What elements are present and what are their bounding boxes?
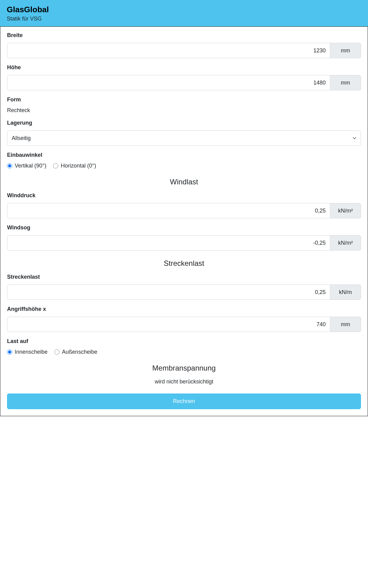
unit-hoehe: mm — [330, 75, 361, 90]
input-group-windsog: kN/m² — [7, 235, 361, 251]
app-header: GlasGlobal Statik für VSG — [0, 0, 368, 26]
input-group-breite: mm — [7, 43, 361, 58]
label-winddruck: Winddruck — [7, 192, 361, 199]
input-group-angriffshoehe: mm — [7, 317, 361, 332]
radio-row-einbauwinkel: Vertikal (90°) Horizontal (0°) — [7, 163, 361, 169]
radio-item-aussen: Außenscheibe — [54, 349, 97, 355]
radio-row-last-auf: Innenscheibe Außenscheibe — [7, 349, 361, 355]
radio-innenscheibe[interactable] — [7, 349, 12, 355]
radio-vertikal[interactable] — [7, 163, 12, 168]
radio-label-horizontal[interactable]: Horizontal (0°) — [61, 163, 96, 169]
form-container: Breite mm Höhe mm Form Rechteck Lagerung… — [0, 26, 368, 416]
input-group-hoehe: mm — [7, 75, 361, 90]
field-breite: Breite mm — [7, 32, 361, 58]
field-form: Form Rechteck — [7, 96, 361, 114]
input-angriffshoehe[interactable] — [7, 317, 330, 332]
heading-windlast: Windlast — [7, 178, 361, 186]
input-group-streckenlast: kN/m — [7, 285, 361, 300]
heading-membranspannung: Membranspannung — [7, 364, 361, 372]
radio-item-horizontal: Horizontal (0°) — [53, 163, 96, 169]
app-subtitle: Statik für VSG — [7, 16, 361, 22]
radio-label-innenscheibe[interactable]: Innenscheibe — [15, 349, 48, 355]
input-windsog[interactable] — [7, 235, 330, 251]
label-angriffshoehe: Angriffshöhe x — [7, 306, 361, 312]
label-lagerung: Lagerung — [7, 120, 361, 126]
unit-breite: mm — [330, 43, 361, 58]
field-streckenlast: Streckenlast kN/m — [7, 274, 361, 300]
input-streckenlast[interactable] — [7, 285, 330, 300]
field-einbauwinkel: Einbauwinkel Vertikal (90°) Horizontal (… — [7, 152, 361, 169]
value-form: Rechteck — [7, 107, 361, 114]
label-einbauwinkel: Einbauwinkel — [7, 152, 361, 158]
input-hoehe[interactable] — [7, 75, 330, 90]
heading-streckenlast: Streckenlast — [7, 259, 361, 268]
unit-windsog: kN/m² — [330, 235, 361, 251]
label-streckenlast: Streckenlast — [7, 274, 361, 280]
app-title: GlasGlobal — [7, 5, 361, 14]
radio-label-aussenscheibe[interactable]: Außenscheibe — [62, 349, 97, 355]
label-breite: Breite — [7, 32, 361, 39]
info-membranspannung: wird nicht berücksichtigt — [7, 379, 361, 385]
field-hoehe: Höhe mm — [7, 64, 361, 90]
label-windsog: Windsog — [7, 224, 361, 231]
input-breite[interactable] — [7, 43, 330, 58]
radio-horizontal[interactable] — [53, 163, 58, 168]
input-group-winddruck: kN/m² — [7, 203, 361, 218]
unit-streckenlast: kN/m — [330, 285, 361, 300]
field-lagerung: Lagerung Allseitig — [7, 120, 361, 146]
field-angriffshoehe: Angriffshöhe x mm — [7, 306, 361, 332]
radio-item-innen: Innenscheibe — [7, 349, 48, 355]
label-form: Form — [7, 96, 361, 103]
radio-aussenscheibe[interactable] — [54, 349, 59, 355]
submit-button[interactable]: Rechnen — [7, 394, 361, 409]
label-hoehe: Höhe — [7, 64, 361, 71]
radio-label-vertikal[interactable]: Vertikal (90°) — [15, 163, 46, 169]
field-last-auf: Last auf Innenscheibe Außenscheibe — [7, 338, 361, 355]
label-last-auf: Last auf — [7, 338, 361, 345]
select-lagerung[interactable]: Allseitig — [7, 130, 361, 146]
unit-angriffshoehe: mm — [330, 317, 361, 332]
radio-item-vertikal: Vertikal (90°) — [7, 163, 46, 169]
unit-winddruck: kN/m² — [330, 203, 361, 218]
field-winddruck: Winddruck kN/m² — [7, 192, 361, 218]
field-windsog: Windsog kN/m² — [7, 224, 361, 251]
input-winddruck[interactable] — [7, 203, 330, 218]
